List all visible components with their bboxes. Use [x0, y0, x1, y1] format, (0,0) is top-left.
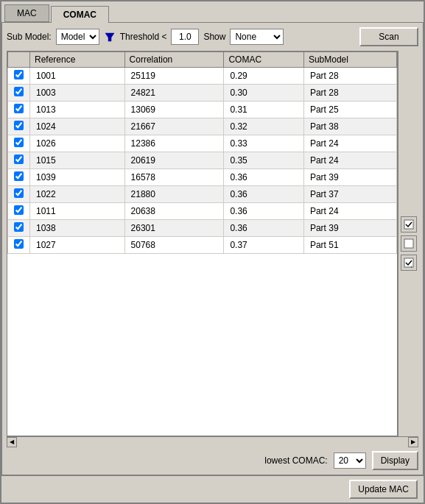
row-checkbox-cell[interactable]: [8, 85, 30, 102]
horizontal-scrollbar[interactable]: ◀ ▶: [7, 436, 418, 447]
lowest-comac-select[interactable]: 5 10 15 20 25 50: [334, 452, 366, 469]
row-reference: 1024: [30, 118, 125, 135]
row-submodel: Part 24: [303, 152, 396, 169]
row-submodel: Part 24: [303, 203, 396, 220]
row-submodel: Part 28: [303, 85, 396, 102]
row-checkbox-cell[interactable]: [8, 135, 30, 152]
row-reference: 1013: [30, 102, 125, 118]
display-button[interactable]: Display: [372, 451, 418, 470]
row-correlation: 16578: [124, 169, 224, 186]
tab-comac[interactable]: COMAC: [51, 6, 109, 23]
row-correlation: 26301: [124, 220, 224, 237]
data-table-wrapper: Reference Correlation COMAC SubModel 100…: [7, 51, 398, 436]
row-checkbox[interactable]: [14, 104, 24, 113]
row-comac: 0.36: [224, 203, 303, 220]
row-submodel: Part 37: [303, 186, 396, 203]
row-checkbox[interactable]: [14, 239, 24, 249]
row-checkbox-cell[interactable]: [8, 203, 30, 220]
row-checkbox[interactable]: [14, 138, 24, 147]
data-table: Reference Correlation COMAC SubModel 100…: [7, 52, 397, 254]
row-correlation: 21667: [124, 118, 224, 135]
row-checkbox-cell[interactable]: [8, 118, 30, 135]
row-correlation: 12386: [124, 135, 224, 152]
row-correlation: 24821: [124, 85, 224, 102]
update-mac-button[interactable]: Update MAC: [349, 480, 418, 499]
scroll-left-btn[interactable]: ◀: [7, 437, 17, 447]
row-comac: 0.33: [224, 135, 303, 152]
footer: Update MAC: [1, 475, 424, 503]
row-submodel: Part 25: [303, 102, 396, 118]
show-select[interactable]: None All Selected: [230, 29, 284, 45]
tab-mac[interactable]: MAC: [4, 4, 49, 22]
row-comac: 0.36: [224, 186, 303, 203]
row-reference: 1003: [30, 85, 125, 102]
row-checkbox[interactable]: [14, 121, 24, 130]
row-checkbox[interactable]: [14, 188, 24, 198]
row-checkbox-cell[interactable]: [8, 220, 30, 237]
row-correlation: 25119: [124, 68, 224, 85]
table-row: 1022218800.36Part 37: [8, 186, 397, 203]
svg-marker-0: [105, 33, 114, 41]
svg-rect-1: [404, 220, 413, 229]
row-checkbox-cell[interactable]: [8, 68, 30, 85]
row-comac: 0.30: [224, 85, 303, 102]
table-row: 1011206380.36Part 24: [8, 203, 397, 220]
check-all-icon[interactable]: [401, 216, 417, 233]
row-submodel: Part 51: [303, 237, 396, 254]
check-filtered-icon[interactable]: ↓: [401, 255, 417, 271]
row-checkbox[interactable]: [14, 205, 24, 215]
submodel-select[interactable]: Model Part: [56, 29, 99, 45]
table-row: 1026123860.33Part 24: [8, 135, 397, 152]
row-comac: 0.31: [224, 102, 303, 118]
row-checkbox-cell[interactable]: [8, 152, 30, 169]
row-checkbox-cell[interactable]: [8, 186, 30, 203]
row-reference: 1011: [30, 203, 125, 220]
row-submodel: Part 39: [303, 220, 396, 237]
main-window: MAC COMAC Sub Model: Model Part Threshol…: [0, 0, 425, 504]
row-reference: 1039: [30, 169, 125, 186]
row-checkbox[interactable]: [14, 70, 24, 79]
row-comac: 0.35: [224, 152, 303, 169]
row-correlation: 50768: [124, 237, 224, 254]
row-checkbox[interactable]: [14, 171, 24, 181]
threshold-label: Threshold <: [120, 32, 167, 42]
row-correlation: 13069: [124, 102, 224, 118]
scroll-right-btn[interactable]: ▶: [408, 437, 418, 447]
threshold-input[interactable]: [171, 29, 199, 45]
row-correlation: 20638: [124, 203, 224, 220]
row-reference: 1022: [30, 186, 125, 203]
row-reference: 1027: [30, 237, 125, 254]
table-row: 1013130690.31Part 25: [8, 102, 397, 118]
row-checkbox[interactable]: [14, 155, 24, 164]
row-reference: 1015: [30, 152, 125, 169]
table-row: 1038263010.36Part 39: [8, 220, 397, 237]
col-header-comac: COMAC: [224, 52, 303, 68]
col-header-submodel: SubModel: [303, 52, 396, 68]
row-comac: 0.37: [224, 237, 303, 254]
row-checkbox[interactable]: [14, 87, 24, 96]
scan-button[interactable]: Scan: [359, 27, 418, 46]
row-comac: 0.36: [224, 169, 303, 186]
row-comac: 0.36: [224, 220, 303, 237]
lowest-comac-label: lowest COMAC:: [264, 455, 327, 466]
table-row: 1003248210.30Part 28: [8, 85, 397, 102]
col-header-checkbox: [8, 52, 30, 68]
uncheck-all-icon[interactable]: [401, 235, 417, 252]
row-checkbox-cell[interactable]: [8, 102, 30, 118]
table-scroll-area[interactable]: Reference Correlation COMAC SubModel 100…: [7, 52, 397, 436]
tab-bar: MAC COMAC: [1, 1, 424, 22]
submodel-label: Sub Model:: [7, 32, 52, 42]
row-reference: 1001: [30, 68, 125, 85]
filter-icon: [104, 31, 116, 43]
row-checkbox-cell[interactable]: [8, 169, 30, 186]
col-header-reference: Reference: [30, 52, 125, 68]
row-correlation: 20619: [124, 152, 224, 169]
row-checkbox-cell[interactable]: [8, 237, 30, 254]
row-correlation: 21880: [124, 186, 224, 203]
col-header-correlation: Correlation: [124, 52, 224, 68]
row-checkbox[interactable]: [14, 222, 24, 232]
row-submodel: Part 39: [303, 169, 396, 186]
table-row: 1027507680.37Part 51: [8, 237, 397, 254]
row-reference: 1026: [30, 135, 125, 152]
table-row: 1015206190.35Part 24: [8, 152, 397, 169]
